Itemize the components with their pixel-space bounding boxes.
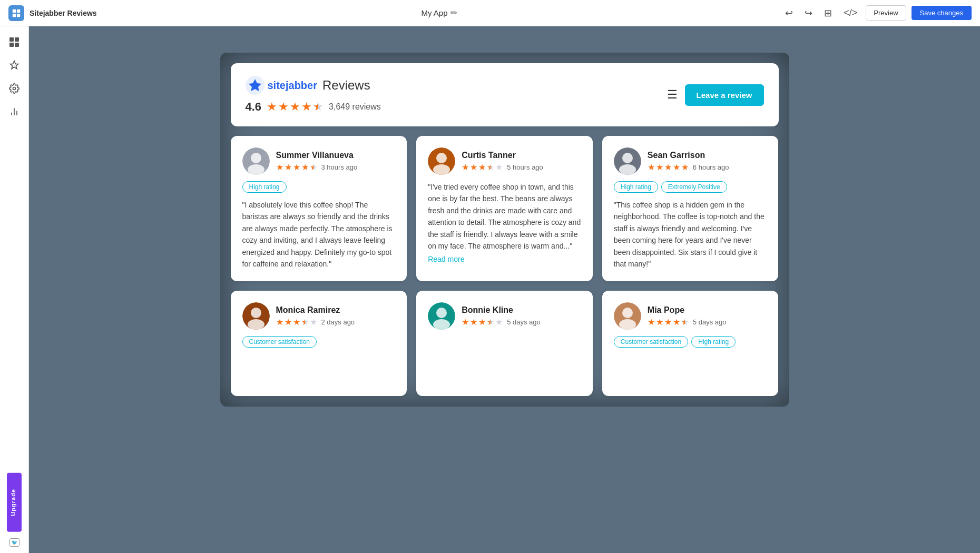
rating-number: 4.6 <box>246 100 262 114</box>
review-card: Summer Villanueva ★★★★★★ 3 hours ago Hig… <box>231 136 407 281</box>
reviewer-meta: ★★★★★★ 2 days ago <box>276 317 355 327</box>
header-stats: 4.6 ★ ★ ★ ★ ★ ★ 3,649 reviews <box>246 100 381 114</box>
leave-review-button[interactable]: Leave a review <box>685 84 764 106</box>
svg-point-21 <box>619 164 636 175</box>
sidebar-item-dashboard[interactable] <box>5 33 24 52</box>
layers-button[interactable]: ⊞ <box>821 5 835 21</box>
star-half: ★★ <box>487 162 494 172</box>
star-full: ★ <box>664 162 672 172</box>
widget-inner: sitejabber Reviews 4.6 ★ ★ ★ ★ ★ <box>220 53 789 407</box>
star-2: ★ <box>278 100 289 114</box>
review-card: Mia Pope ★★★★★★ 5 days ago Customer sati… <box>602 291 779 396</box>
review-tag: Extremely Positive <box>661 181 727 193</box>
preview-button[interactable]: Preview <box>866 5 906 21</box>
star-full: ★ <box>462 317 469 327</box>
review-stars: ★★★★★★ <box>462 162 503 172</box>
sidebar-item-pin[interactable] <box>5 56 24 75</box>
reviewer-header: Mia Pope ★★★★★★ 5 days ago <box>614 302 767 330</box>
reviewer-meta: ★★★★★★ 5 days ago <box>648 317 727 327</box>
content-area: sitejabber Reviews 4.6 ★ ★ ★ ★ ★ <box>29 26 980 553</box>
edit-icon[interactable]: ✏ <box>450 8 457 18</box>
review-tag: High rating <box>614 181 658 193</box>
avatar <box>614 302 641 330</box>
star-full: ★ <box>681 162 689 172</box>
reviewer-header: Sean Garrison ★★★★★ 6 hours ago <box>614 147 767 175</box>
star-half: ★★ <box>681 317 689 327</box>
svg-point-29 <box>622 308 633 318</box>
undo-button[interactable]: ↩ <box>782 5 796 21</box>
star-full: ★ <box>276 317 283 327</box>
review-tags: High ratingExtremely Positive <box>614 181 767 193</box>
time-ago: 2 days ago <box>321 318 355 326</box>
star-full: ★ <box>478 162 486 172</box>
svg-rect-4 <box>9 37 14 42</box>
sidebar-item-settings[interactable] <box>5 79 24 98</box>
read-more-link[interactable]: Read more <box>428 255 464 263</box>
star-full: ★ <box>648 317 655 327</box>
reviewer-meta: ★★★★★★ 5 hours ago <box>462 162 543 172</box>
svg-rect-0 <box>13 9 16 12</box>
svg-point-15 <box>248 164 264 175</box>
save-button[interactable]: Save changes <box>912 6 972 20</box>
topbar-center: My App ✏ <box>421 8 457 18</box>
star-empty: ★ <box>495 162 503 172</box>
review-stars: ★★★★★ <box>648 162 689 172</box>
avatar <box>428 147 455 175</box>
reviewer-header: Monica Ramirez ★★★★★★ 2 days ago <box>242 302 396 330</box>
svg-rect-3 <box>17 13 20 16</box>
review-tag: Customer satisfaction <box>614 336 688 348</box>
star-3: ★ <box>290 100 300 114</box>
star-full: ★ <box>470 317 477 327</box>
star-full: ★ <box>648 162 655 172</box>
star-full: ★ <box>664 317 672 327</box>
review-card: Monica Ramirez ★★★★★★ 2 days ago Custome… <box>231 291 407 396</box>
sidebar: Upgrade 🐦 <box>0 26 29 553</box>
star-4: ★ <box>301 100 312 114</box>
svg-point-24 <box>248 319 264 330</box>
svg-point-27 <box>433 319 450 330</box>
reviewer-info: Summer Villanueva ★★★★★★ 3 hours ago <box>276 151 358 172</box>
reviewer-header: Bonnie Kline ★★★★★★ 5 days ago <box>428 302 581 330</box>
review-stars: ★★★★★★ <box>648 317 689 327</box>
header-brand: sitejabber Reviews <box>246 76 381 95</box>
sidebar-bottom: Upgrade 🐦 <box>7 473 22 547</box>
svg-point-30 <box>619 319 636 330</box>
sidebar-item-analytics[interactable] <box>5 102 24 121</box>
star-half: ★★ <box>301 317 309 327</box>
star-1: ★ <box>267 100 277 114</box>
reviewer-name: Bonnie Kline <box>462 305 541 315</box>
reviewer-meta: ★★★★★★ 5 days ago <box>462 317 541 327</box>
review-tags: Customer satisfactionHigh rating <box>614 336 767 348</box>
code-button[interactable]: </> <box>840 5 860 21</box>
svg-point-23 <box>251 308 261 318</box>
redo-button[interactable]: ↪ <box>801 5 816 21</box>
review-tag: High rating <box>691 336 736 348</box>
topbar: Sitejabber Reviews My App ✏ ↩ ↪ ⊞ </> Pr… <box>0 0 980 26</box>
menu-icon[interactable]: ☰ <box>667 88 678 102</box>
svg-point-18 <box>433 164 450 175</box>
review-text: "I've tried every coffee shop in town, a… <box>428 181 581 252</box>
app-logo <box>8 5 24 21</box>
star-full: ★ <box>293 162 300 172</box>
review-card: Sean Garrison ★★★★★ 6 hours ago High rat… <box>602 136 779 281</box>
svg-rect-5 <box>15 37 19 42</box>
avatar <box>614 147 641 175</box>
star-half: ★★ <box>310 162 317 172</box>
review-text: "I absolutely love this coffee shop! The… <box>242 199 396 270</box>
reviewer-info: Mia Pope ★★★★★★ 5 days ago <box>648 305 727 327</box>
svg-rect-2 <box>13 13 16 16</box>
svg-point-14 <box>251 153 261 163</box>
time-ago: 5 days ago <box>693 318 727 326</box>
time-ago: 5 days ago <box>507 318 541 326</box>
rating-stars: ★ ★ ★ ★ ★ ★ <box>267 100 324 114</box>
star-full: ★ <box>673 162 680 172</box>
reviewer-name: Mia Pope <box>648 305 727 315</box>
svg-point-17 <box>436 153 447 163</box>
star-5: ★ ★ <box>313 100 324 114</box>
upgrade-button[interactable]: Upgrade <box>7 473 22 532</box>
header-card: sitejabber Reviews 4.6 ★ ★ ★ ★ ★ <box>231 63 779 126</box>
main-layout: Upgrade 🐦 sitejabber R <box>0 26 980 553</box>
star-full: ★ <box>276 162 283 172</box>
time-ago: 3 hours ago <box>321 163 358 171</box>
reviews-title: Reviews <box>322 78 370 93</box>
